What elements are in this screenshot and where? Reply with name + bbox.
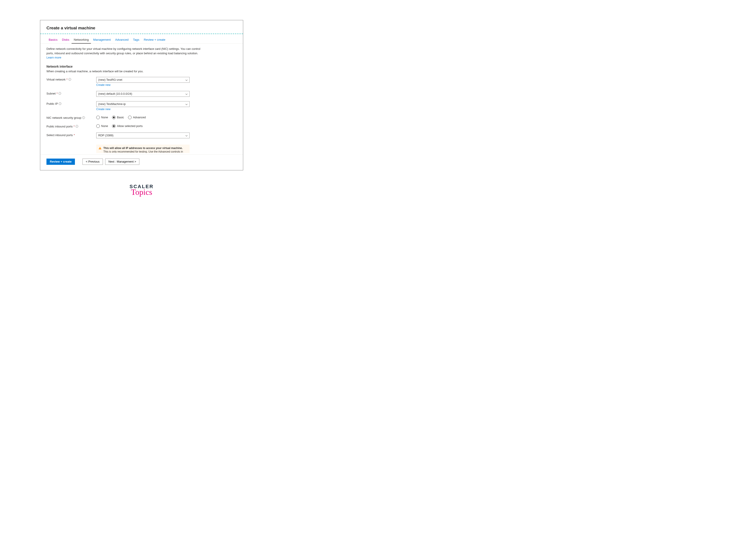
nsg-basic-label: Basic — [117, 116, 124, 119]
publicip-dropdown[interactable]: (new) TestMachine-ip — [96, 101, 190, 107]
info-icon[interactable]: i — [82, 116, 85, 119]
inbound-none-label: None — [101, 124, 108, 128]
info-icon[interactable]: i — [59, 102, 61, 105]
required-marker: * — [74, 134, 75, 137]
radio-icon — [96, 124, 100, 128]
publicip-label: Public IP — [46, 102, 58, 105]
select-ports-label: Select inbound ports — [46, 134, 73, 137]
learn-more-link[interactable]: Learn more — [46, 56, 61, 59]
subnet-dropdown[interactable]: (new) default (10.0.0.0/24) — [96, 91, 190, 97]
nsg-radio-none[interactable]: None — [96, 116, 108, 119]
tab-basics[interactable]: Basics — [46, 37, 60, 43]
brand-bottom: Topics — [0, 188, 283, 196]
description-text: Define network connectivity for your vir… — [46, 47, 200, 55]
select-ports-dropdown[interactable]: RDP (3389) — [96, 133, 190, 138]
tab-management[interactable]: Management — [91, 37, 113, 43]
field-public-ip: Public IP i (new) TestMachine-ip Create … — [46, 101, 237, 111]
vm-create-panel: Create a virtual machine Basics Disks Ne… — [40, 20, 243, 171]
nsg-label: NIC network security group — [46, 116, 81, 119]
chevron-down-icon — [185, 93, 188, 95]
tab-description: Define network connectivity for your vir… — [46, 47, 206, 60]
page-title: Create a virtual machine — [46, 25, 237, 31]
field-select-ports: Select inbound ports * RDP (3389) — [46, 133, 237, 138]
chevron-down-icon — [185, 134, 188, 137]
previous-button[interactable]: < Previous — [82, 159, 103, 165]
nsg-radio-basic[interactable]: Basic — [112, 116, 124, 119]
radio-icon — [112, 124, 116, 128]
field-nsg: NIC network security group i None Basic — [46, 115, 237, 119]
tab-review[interactable]: Review + create — [142, 37, 168, 43]
subnet-label: Subnet — [46, 92, 56, 95]
wizard-tabs: Basics Disks Networking Management Advan… — [40, 34, 243, 44]
next-button[interactable]: Next : Management > — [105, 159, 140, 165]
field-subnet: Subnet * i (new) default (10.0.0.0/24) — [46, 91, 237, 97]
select-ports-value: RDP (3389) — [98, 134, 114, 137]
inbound-radio-allow[interactable]: Allow selected ports — [112, 124, 143, 128]
warning-icon — [99, 146, 102, 150]
wizard-footer: Review + create < Previous Next : Manage… — [40, 155, 243, 170]
info-icon[interactable]: i — [59, 92, 61, 95]
field-inbound-ports: Public inbound ports * i None Allow sele… — [46, 124, 237, 128]
warning-text: This will allow all IP addresses to acce… — [103, 146, 187, 153]
info-icon[interactable]: i — [68, 78, 71, 81]
tab-networking[interactable]: Networking — [71, 37, 91, 44]
publicip-value: (new) TestMachine-ip — [98, 102, 126, 106]
nsg-radio-advanced[interactable]: Advanced — [128, 116, 146, 119]
radio-icon — [112, 116, 116, 119]
tab-disks[interactable]: Disks — [60, 37, 71, 43]
section-subheading: When creating a virtual machine, a netwo… — [46, 69, 237, 73]
tab-advanced[interactable]: Advanced — [113, 37, 131, 43]
required-marker: * — [57, 92, 58, 95]
required-marker: * — [74, 125, 75, 128]
warning-row: This will allow all IP addresses to acce… — [46, 144, 237, 153]
field-virtual-network: Virtual network * i (new) TestRG-vnet Cr… — [46, 77, 237, 86]
publicip-create-new-link[interactable]: Create new — [96, 108, 110, 111]
section-heading: Network interface — [46, 65, 237, 68]
chevron-down-icon — [185, 103, 188, 105]
radio-icon — [96, 116, 100, 119]
vnet-create-new-link[interactable]: Create new — [96, 83, 110, 86]
info-icon[interactable]: i — [76, 125, 78, 128]
nsg-none-label: None — [101, 116, 108, 119]
inbound-label: Public inbound ports — [46, 125, 73, 128]
port-warning: This will allow all IP addresses to acce… — [96, 144, 190, 153]
inbound-allow-label: Allow selected ports — [117, 124, 143, 128]
nsg-advanced-label: Advanced — [133, 116, 146, 119]
subnet-value: (new) default (10.0.0.0/24) — [98, 92, 132, 95]
required-marker: * — [66, 78, 67, 81]
title-bar: Create a virtual machine — [40, 20, 243, 34]
chevron-down-icon — [185, 79, 188, 81]
vnet-label: Virtual network — [46, 78, 66, 81]
vnet-value: (new) TestRG-vnet — [98, 78, 122, 81]
radio-icon — [128, 116, 131, 119]
warning-rest: This is only recommended for testing. Us… — [103, 150, 183, 153]
inbound-radio-none[interactable]: None — [96, 124, 108, 128]
review-create-button[interactable]: Review + create — [46, 159, 75, 165]
watermark: SCALER Topics — [0, 184, 283, 196]
warning-bold: This will allow all IP addresses to acce… — [103, 146, 183, 150]
vnet-dropdown[interactable]: (new) TestRG-vnet — [96, 77, 190, 83]
tab-tags[interactable]: Tags — [131, 37, 142, 43]
